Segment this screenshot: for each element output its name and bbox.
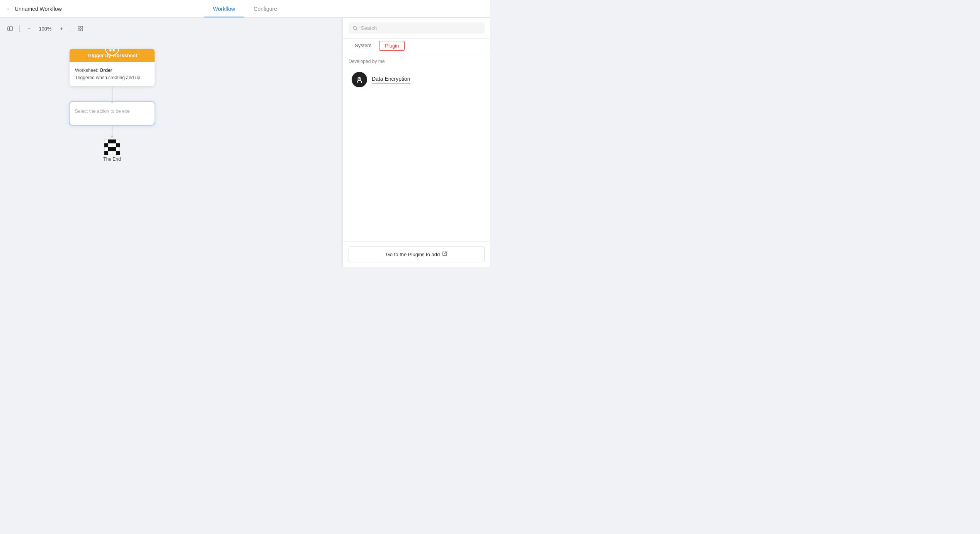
end-node: The End	[70, 139, 155, 162]
trigger-description: Triggered when creating and up	[75, 74, 149, 82]
search-icon	[352, 26, 358, 31]
trigger-body: Worksheet: Order Triggered when creating…	[70, 62, 155, 86]
svg-rect-4	[78, 29, 80, 31]
svg-rect-1	[10, 27, 12, 31]
goto-plugins-button[interactable]: Go to the Plugins to add	[349, 246, 485, 262]
svg-line-14	[444, 252, 447, 254]
worksheet-label: Worksheet:	[75, 68, 98, 73]
goto-plugins-label: Go to the Plugins to add	[386, 252, 440, 257]
right-panel: Choose an Action ? × System Plugin Devel…	[343, 0, 490, 267]
zoom-in-button[interactable]: +	[56, 23, 67, 34]
search-wrapper	[343, 18, 490, 39]
tab-row: System Plugin	[343, 39, 490, 53]
back-arrow-icon: ←	[6, 5, 12, 12]
tab-system[interactable]: System	[349, 39, 378, 53]
minus-icon: −	[27, 26, 31, 32]
plugin-icon	[352, 72, 367, 87]
canvas-area: − 100% +	[0, 18, 343, 267]
tab-workflow[interactable]: Workflow	[204, 1, 244, 17]
panel-content: Developed by me Data Encryption	[343, 53, 490, 241]
workflow-nodes: Trigger by worksheet Worksheet: Order Tr…	[70, 41, 155, 162]
header-tabs: Workflow Configure	[204, 1, 286, 17]
plugin-name: Data Encryption	[372, 76, 410, 82]
svg-rect-0	[8, 27, 9, 31]
fit-button[interactable]	[75, 23, 86, 34]
back-button[interactable]: ← Unnamed Workflow	[6, 5, 62, 12]
action-node[interactable]: Select the action to be exe	[70, 102, 155, 125]
external-link-icon	[442, 251, 447, 257]
svg-rect-9	[113, 49, 115, 51]
svg-rect-5	[81, 29, 83, 31]
plugin-underline	[372, 83, 410, 83]
svg-rect-2	[78, 26, 80, 28]
zoom-level: 100%	[38, 26, 52, 32]
panel-footer: Go to the Plugins to add	[343, 241, 490, 267]
action-placeholder: Select the action to be exe	[75, 109, 129, 114]
svg-line-11	[356, 29, 357, 30]
connector-1	[112, 86, 112, 102]
end-icon	[104, 139, 120, 155]
section-label: Developed by me	[349, 59, 485, 64]
toolbar-divider	[19, 25, 20, 32]
tab-configure[interactable]: Configure	[244, 1, 286, 17]
toolbar-divider-2	[71, 25, 71, 32]
workflow-title: Unnamed Workflow	[15, 6, 62, 12]
sidebar-toggle-button[interactable]	[5, 23, 15, 34]
search-input-wrap	[349, 22, 485, 34]
connector-2	[112, 125, 112, 136]
svg-rect-8	[109, 49, 111, 51]
worksheet-value: Order	[100, 68, 112, 73]
plugin-item[interactable]: Data Encryption	[349, 68, 485, 91]
plus-icon: +	[60, 26, 63, 32]
svg-point-13	[359, 78, 360, 80]
tab-plugin[interactable]: Plugin	[379, 41, 405, 51]
search-input[interactable]	[361, 25, 481, 31]
header: ← Unnamed Workflow Workflow Configure	[0, 0, 490, 18]
svg-rect-3	[81, 26, 83, 28]
zoom-out-button[interactable]: −	[24, 23, 34, 34]
toolbar: − 100% +	[5, 23, 86, 34]
plugin-info: Data Encryption	[372, 76, 410, 83]
trigger-node[interactable]: Trigger by worksheet Worksheet: Order Tr…	[70, 49, 155, 86]
end-label: The End	[103, 156, 121, 162]
